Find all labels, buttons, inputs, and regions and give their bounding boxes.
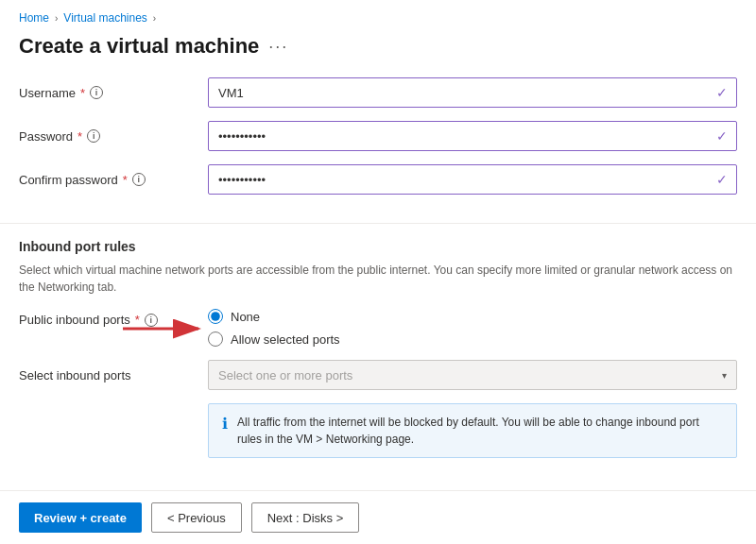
more-options-icon[interactable]: ··· [268, 37, 288, 57]
next-button[interactable]: Next : Disks > [251, 502, 360, 533]
page-title: Create a virtual machine [19, 34, 259, 59]
select-ports-label: Select inbound ports [19, 368, 208, 382]
dropdown-chevron-icon: ▾ [722, 370, 727, 381]
confirm-password-input[interactable] [208, 164, 737, 195]
confirm-info-icon[interactable]: i [132, 173, 146, 186]
breadcrumb: Home › Virtual machines › [0, 0, 756, 30]
radio-none-input[interactable] [208, 309, 223, 324]
username-label: Username * i [19, 86, 208, 100]
inbound-required: * [135, 313, 140, 327]
footer-bar: Review + create < Previous Next : Disks … [0, 490, 756, 544]
breadcrumb-home[interactable]: Home [19, 11, 49, 25]
radio-none-option[interactable]: None [208, 309, 737, 324]
confirm-password-label: Confirm password * i [19, 173, 208, 187]
confirm-check-icon: ✓ [716, 172, 728, 187]
review-create-button[interactable]: Review + create [19, 502, 142, 533]
password-info-icon[interactable]: i [87, 129, 100, 143]
password-required: * [77, 129, 82, 144]
radio-allow-label: Allow selected ports [231, 332, 340, 347]
previous-button[interactable]: < Previous [151, 502, 242, 533]
confirm-required: * [123, 173, 128, 187]
username-input[interactable] [208, 77, 737, 108]
info-banner-icon: ℹ [222, 415, 228, 433]
inbound-rules-desc: Select which virtual machine network por… [19, 262, 737, 296]
info-banner-text: All traffic from the internet will be bl… [237, 414, 723, 448]
ports-placeholder: Select one or more ports [218, 368, 352, 382]
breadcrumb-chevron-1: › [55, 13, 58, 24]
username-check-icon: ✓ [716, 85, 728, 100]
inbound-info-icon[interactable]: i [145, 314, 158, 327]
password-check-icon: ✓ [716, 128, 728, 144]
username-required: * [80, 86, 85, 100]
public-inbound-label: Public inbound ports * i [19, 309, 208, 327]
radio-allow-input[interactable] [208, 332, 223, 347]
breadcrumb-vms[interactable]: Virtual machines [63, 11, 147, 25]
radio-allow-option[interactable]: Allow selected ports [208, 332, 737, 347]
username-info-icon[interactable]: i [90, 86, 103, 99]
inbound-rules-title: Inbound port rules [19, 239, 737, 254]
radio-none-label: None [231, 310, 260, 324]
ports-dropdown[interactable]: Select one or more ports ▾ [208, 360, 737, 390]
info-banner: ℹ All traffic from the internet will be … [208, 403, 737, 458]
breadcrumb-chevron-2: › [153, 13, 156, 24]
password-label: Password * i [19, 129, 208, 144]
password-input[interactable] [208, 121, 737, 151]
